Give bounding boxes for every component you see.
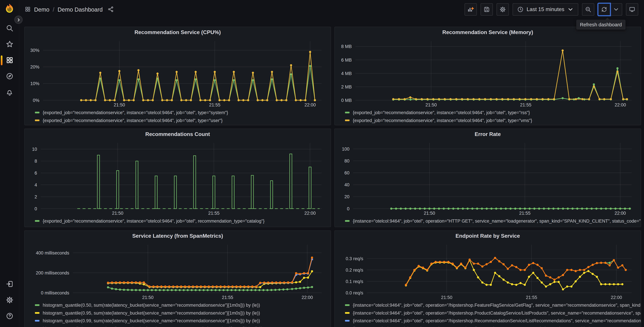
svg-text:6: 6: [34, 170, 37, 176]
legend-item[interactable]: {instance="otelcol:9464", job="otel", op…: [345, 318, 638, 324]
time-series-chart[interactable]: 21:5021:5522:000.0 req/s0.1 req/s0.2 req…: [338, 242, 637, 301]
time-series-chart[interactable]: 21:5021:5522:000 milliseconds200 millise…: [28, 242, 327, 301]
chart-legend: {exported_job="recommendationservice", i…: [25, 217, 331, 226]
refresh-button-group: [598, 3, 622, 15]
legend-swatch: [35, 304, 40, 306]
legend-label: {instance="otelcol:9464", job="otel", op…: [353, 310, 641, 316]
svg-text:21:50: 21:50: [441, 295, 452, 300]
svg-text:2: 2: [34, 194, 37, 200]
sidebar-item-starred[interactable]: [0, 36, 19, 52]
svg-text:6 MB: 6 MB: [341, 58, 352, 62]
svg-text:21:55: 21:55: [222, 295, 233, 300]
legend-swatch: [35, 220, 40, 222]
legend-label: histogram_quantile(0.95, sum(rate(latenc…: [43, 310, 260, 316]
time-series-chart[interactable]: 21:5021:5522:00020406080100: [338, 140, 637, 217]
legend-item[interactable]: histogram_quantile(0.95, sum(rate(latenc…: [35, 310, 327, 316]
sidebar-item-configuration[interactable]: [0, 292, 19, 308]
legend-swatch: [345, 320, 350, 322]
kiosk-mode-button[interactable]: [626, 3, 638, 15]
svg-text:0%: 0%: [33, 98, 39, 103]
sidebar-expand-button[interactable]: [14, 16, 23, 24]
legend-swatch: [35, 112, 40, 113]
legend-item[interactable]: {instance="otelcol:9464", job="otel", op…: [345, 310, 638, 316]
legend-item[interactable]: {exported_job="recommendationservice", i…: [35, 218, 327, 224]
zoom-out-icon: [585, 6, 592, 12]
legend-label: {exported_job="recommendationservice", i…: [43, 218, 264, 224]
legend-item[interactable]: histogram_quantile(0.999, sum(rate(laten…: [35, 325, 327, 327]
svg-text:22:00: 22:00: [614, 211, 626, 216]
legend-label: {instance="otelcol:9464", job="otel", op…: [353, 302, 641, 308]
topbar: Demo / Demo Dashboard Last 15 minutes: [19, 0, 644, 18]
legend-label: {exported_job="recommendationservice", i…: [353, 117, 532, 124]
legend-item[interactable]: histogram_quantile(0.50, sum(rate(latenc…: [35, 302, 327, 308]
svg-text:21:50: 21:50: [142, 295, 154, 300]
legend-item[interactable]: {exported_job="recommendationservice", i…: [35, 117, 327, 124]
add-panel-icon: [468, 6, 474, 12]
svg-text:4 MB: 4 MB: [341, 71, 352, 76]
save-dashboard-button[interactable]: [481, 3, 493, 15]
share-dashboard-button[interactable]: [108, 6, 114, 12]
sidebar-item-dashboards[interactable]: [0, 52, 19, 68]
chevron-down-icon: [567, 6, 574, 12]
sidebar-item-help[interactable]: [0, 308, 19, 324]
svg-text:0: 0: [34, 206, 37, 211]
svg-text:21:55: 21:55: [208, 211, 220, 216]
svg-text:0.3 req/s: 0.3 req/s: [346, 256, 363, 261]
refresh-dashboard-button[interactable]: [598, 3, 610, 15]
legend-item[interactable]: {instance="otelcol:9464", job="otel", op…: [345, 218, 638, 224]
svg-text:4: 4: [34, 182, 37, 188]
legend-item[interactable]: {instance="otelcol:9464", job="otel", op…: [345, 325, 638, 327]
sign-in-icon: [6, 280, 13, 288]
breadcrumb-section[interactable]: Demo: [34, 6, 49, 12]
panel-recommendation-cpu: Recommendation Service (CPU%) 21:5021:55…: [24, 27, 331, 125]
panel-title[interactable]: Endpoint Rate by Service: [335, 231, 641, 242]
time-range-picker[interactable]: Last 15 minutes: [513, 3, 578, 15]
refresh-tooltip: Refresh dashboard: [576, 20, 626, 30]
chart-legend: {exported_job="recommendationservice", i…: [335, 108, 641, 125]
svg-text:0 milliseconds: 0 milliseconds: [41, 290, 69, 296]
svg-text:200 milliseconds: 200 milliseconds: [36, 270, 69, 276]
sidebar-item-alerting[interactable]: [0, 84, 19, 100]
svg-text:10: 10: [32, 147, 37, 152]
svg-text:0.0 req/s: 0.0 req/s: [346, 290, 363, 296]
time-series-chart[interactable]: 21:5021:5522:000 MB2 MB4 MB6 MB8 MB: [338, 38, 637, 108]
dashboards-grid-icon[interactable]: [25, 6, 31, 12]
sidebar-item-explore[interactable]: [0, 68, 19, 84]
panel-title[interactable]: Recommendation Service (CPU%): [25, 27, 331, 38]
legend-item[interactable]: {exported_job="recommendationservice", i…: [35, 109, 327, 116]
legend-swatch: [35, 320, 40, 322]
time-series-chart[interactable]: 21:5021:5522:000%10%20%30%: [28, 38, 327, 108]
svg-text:21:55: 21:55: [520, 102, 531, 108]
svg-text:40: 40: [344, 182, 349, 187]
legend-item[interactable]: histogram_quantile(0.99, sum(rate(latenc…: [35, 318, 327, 324]
chart-legend: {instance="otelcol:9464", job="otel", op…: [335, 217, 641, 226]
svg-text:22:00: 22:00: [302, 295, 313, 300]
refresh-interval-dropdown[interactable]: [610, 3, 622, 15]
dashboards-grid-icon: [6, 56, 13, 64]
legend-item[interactable]: {exported_job="recommendationservice", i…: [345, 109, 638, 116]
grafana-flame-icon: [3, 3, 16, 15]
dashboard-settings-button[interactable]: [496, 3, 509, 15]
breadcrumb-separator: /: [53, 6, 54, 12]
legend-item[interactable]: {instance="otelcol:9464", job="otel", op…: [345, 302, 638, 308]
add-panel-button[interactable]: [464, 3, 477, 15]
panel-title[interactable]: Recommendations Count: [25, 129, 331, 140]
explore-compass-icon: [6, 72, 13, 80]
svg-text:22:00: 22:00: [611, 295, 622, 300]
panel-title[interactable]: Error Rate: [335, 129, 641, 140]
dashboard-grid: Recommendation Service (CPU%) 21:5021:55…: [19, 18, 644, 327]
bar-chart[interactable]: 21:5021:5522:000246810: [28, 140, 327, 217]
legend-label: {exported_job="recommendationservice", i…: [353, 109, 530, 116]
grafana-logo[interactable]: [3, 3, 16, 15]
svg-text:21:55: 21:55: [519, 211, 530, 216]
sidebar-item-sign-in[interactable]: [0, 276, 19, 292]
svg-text:60: 60: [344, 170, 349, 176]
svg-text:21:50: 21:50: [426, 102, 437, 108]
search-icon: [6, 24, 13, 32]
alerting-bell-icon: [6, 88, 13, 96]
panel-title[interactable]: Service Latency (from SpanMetrics): [25, 231, 331, 242]
svg-text:8: 8: [34, 159, 37, 164]
zoom-out-button[interactable]: [582, 3, 594, 15]
legend-item[interactable]: {exported_job="recommendationservice", i…: [345, 117, 638, 124]
breadcrumb-page[interactable]: Demo Dashboard: [58, 6, 102, 12]
